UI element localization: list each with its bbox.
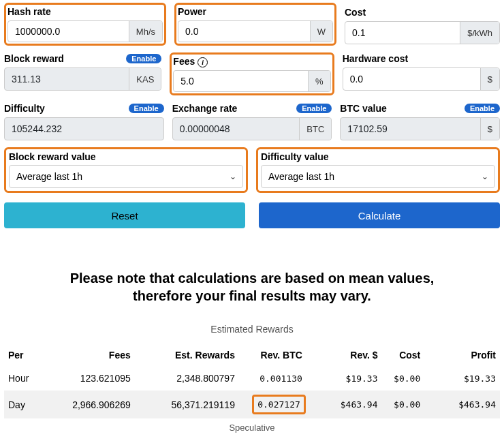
exchange-rate-enable-badge[interactable]: Enable [296, 104, 332, 113]
col-rev-btc: Rev. BTC [239, 344, 306, 366]
cell-est: 56,371.219119 [135, 391, 239, 418]
cell-cost: $0.00 [382, 391, 425, 418]
power-field: Power W [174, 3, 336, 46]
difficulty-field: Difficulty Enable 105244.232 [4, 102, 164, 140]
col-cost: Cost [382, 344, 425, 366]
cell-revbtc: 0.027127 [239, 391, 306, 418]
fees-label: Feesi [173, 56, 208, 67]
exchange-rate-unit[interactable]: BTC [299, 118, 331, 140]
cell-revd: $19.33 [306, 366, 382, 391]
cell-profit: $3,247.55 [424, 437, 500, 443]
difficulty-enable-badge[interactable]: Enable [129, 104, 164, 113]
cell-revd: $3,247.55 [306, 437, 382, 443]
cell-est: 2,348.800797 [135, 366, 239, 391]
hardware-cost-label: Hardware cost [343, 53, 408, 64]
power-unit[interactable]: W [310, 21, 332, 42]
calculate-button[interactable]: Calculate [259, 202, 500, 228]
cell-cost: $0.00 [382, 437, 425, 443]
block-reward-label: Block reward [4, 53, 64, 64]
fees-input[interactable] [174, 71, 308, 91]
table-row: Day2,966.90626956,371.2191190.027127$463… [4, 391, 500, 418]
exchange-rate-field: Exchange rate Enable 0.00000048 BTC [172, 102, 332, 140]
btc-value-field: BTC value Enable 17102.59 $ [340, 102, 500, 140]
cost-unit[interactable]: $/kWh [460, 22, 499, 44]
cell-revd: $463.94 [306, 391, 382, 418]
estimated-rewards-title: Estimated Rewards [4, 324, 500, 335]
hardware-cost-input[interactable] [343, 68, 480, 90]
btc-value-value: 17102.59 [341, 118, 479, 140]
difficulty-label: Difficulty [4, 103, 45, 114]
btc-value-label: BTC value [340, 103, 386, 114]
hash-rate-field: Hash rate Mh/s [4, 3, 166, 46]
cell-cost: $0.00 [382, 366, 425, 391]
difficulty-value-select-wrap: Difficulty value Average last 1h ⌄ [256, 147, 500, 193]
fees-unit[interactable]: % [308, 71, 330, 91]
block-reward-unit[interactable]: KAS [129, 68, 161, 90]
block-reward-enable-badge[interactable]: Enable [126, 54, 161, 63]
block-reward-value-label: Block reward value [9, 151, 243, 162]
rewards-table: Per Fees Est. Rewards Rev. BTC Rev. $ Co… [4, 344, 500, 443]
exchange-rate-value: 0.00000048 [173, 118, 300, 140]
info-icon[interactable]: i [198, 57, 208, 67]
hardware-cost-unit[interactable]: $ [480, 68, 499, 90]
cost-input[interactable] [345, 22, 460, 44]
col-per: Per [4, 344, 46, 366]
cell-per: Hour [4, 366, 46, 391]
block-reward-value-select-wrap: Block reward value Average last 1h ⌄ [4, 147, 248, 193]
col-profit: Profit [424, 344, 500, 366]
block-reward-field: Block reward Enable 311.13 KAS [4, 52, 161, 95]
cell-fees: 2,966.906269 [46, 391, 134, 418]
cell-fees: 20,768.343886 [46, 437, 134, 443]
disclaimer-note: Please note that calculations are based … [4, 269, 500, 305]
cell-profit: $19.33 [424, 366, 500, 391]
speculative-label: Speculative [4, 418, 500, 437]
difficulty-value: 105244.232 [5, 118, 163, 140]
difficulty-value-label: Difficulty value [261, 151, 495, 162]
col-rev-dollar: Rev. $ [306, 344, 382, 366]
cell-per: Week [4, 437, 46, 443]
difficulty-value-select[interactable]: Average last 1h [261, 165, 495, 188]
block-reward-value-select[interactable]: Average last 1h [9, 165, 243, 188]
hash-rate-input[interactable] [8, 21, 129, 42]
col-est-rewards: Est. Rewards [135, 344, 239, 366]
cell-revbtc: 0.001130 [239, 366, 306, 391]
reset-button[interactable]: Reset [4, 202, 245, 228]
exchange-rate-label: Exchange rate [172, 103, 238, 114]
power-input[interactable] [178, 21, 310, 42]
power-label: Power [178, 6, 206, 17]
block-reward-value: 311.13 [5, 68, 129, 90]
cell-profit: $463.94 [424, 391, 500, 418]
fees-field: Feesi % [170, 52, 334, 95]
btc-value-unit[interactable]: $ [480, 118, 499, 140]
cell-per: Day [4, 391, 46, 418]
cell-revbtc: 0.189886 [239, 437, 306, 443]
hash-rate-unit[interactable]: Mh/s [129, 21, 162, 42]
cost-label: Cost [345, 7, 366, 18]
btc-value-enable-badge[interactable]: Enable [464, 104, 500, 113]
cell-est: 394,598.533832 [135, 437, 239, 443]
col-fees: Fees [46, 344, 134, 366]
hardware-cost-field: Hardware cost $ [343, 52, 500, 95]
hash-rate-label: Hash rate [7, 6, 51, 17]
table-row: Hour123.6210952,348.8007970.001130$19.33… [4, 366, 500, 391]
cost-field: Cost $/kWh [345, 3, 500, 46]
table-row: Week20,768.343886394,598.5338320.189886$… [4, 437, 500, 443]
cell-fees: 123.621095 [46, 366, 134, 391]
